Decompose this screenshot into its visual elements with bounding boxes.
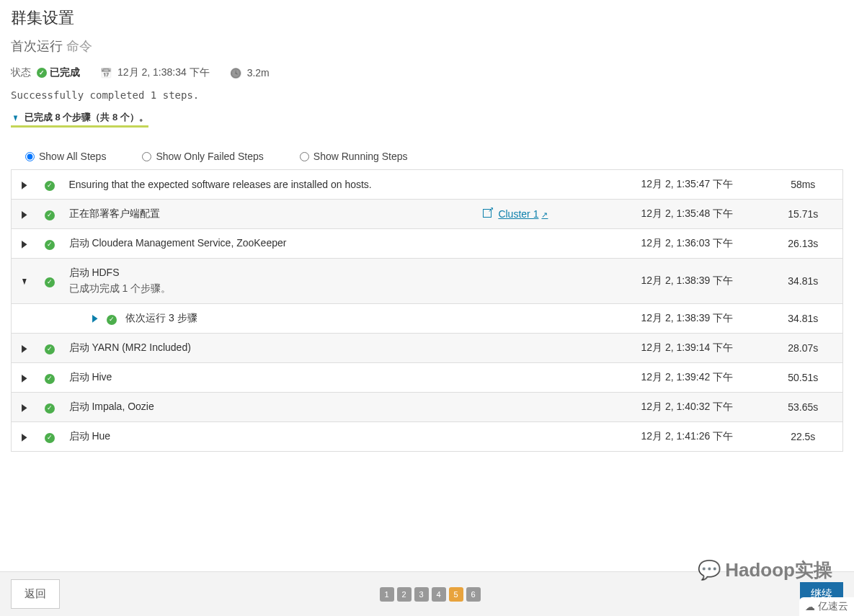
expand-toggle[interactable] [12,334,37,363]
step-status: ✓ [37,170,62,200]
table-row: ✓启动 Impala, Oozie12月 2, 1:40:32 下午53.65s [12,393,843,422]
table-row: ✓启动 YARN (MR2 Included)12月 2, 1:39:14 下午… [12,334,843,363]
check-circle-icon: ✓ [45,433,55,443]
check-circle-icon: ✓ [45,344,55,354]
step-link-cell [476,363,634,393]
step-name: Ensuring that the expected software rele… [62,170,476,200]
expand-toggle[interactable] [12,170,37,200]
step-link-cell [476,259,634,304]
step-duration: 15.71s [764,200,843,229]
step-sub-message: 已成功完成 1 个步骤。 [69,280,468,295]
chevron-right-icon [22,179,27,190]
chevron-down-icon [21,275,28,287]
step-link-cell [476,170,634,200]
status-label: 状态 [11,66,31,79]
status-duration: 3.2m [247,67,270,79]
step-status: ✓ [37,259,62,304]
expand-toggle[interactable] [12,229,37,259]
steps-summary-text: 已完成 8 个步骤（共 8 个）。 [25,111,148,124]
steps-table: ✓Ensuring that the expected software rel… [11,169,843,452]
check-circle-icon: ✓ [107,315,117,325]
check-circle-icon: ✓ [45,277,55,287]
check-circle-icon: ✓ [45,374,55,384]
step-duration: 26.13s [764,229,843,259]
table-row: ✓启动 HDFS已成功完成 1 个步骤。12月 2, 1:38:39 下午34.… [12,259,843,304]
expand-toggle[interactable] [12,393,37,422]
step-link-cell: Cluster 1 [476,200,634,229]
step-time: 12月 2, 1:39:42 下午 [634,363,764,393]
chevron-right-icon [22,208,27,220]
table-subrow: ✓ 依次运行 3 步骤 12月 2, 1:38:39 下午 34.81s [12,304,843,334]
step-duration: 28.07s [764,334,843,363]
check-circle-icon: ✓ [45,240,55,250]
child-step-name: ✓ 依次运行 3 步骤 [62,304,476,334]
child-step-time: 12月 2, 1:38:39 下午 [634,304,764,334]
step-duration: 58ms [764,170,843,200]
step-name: 正在部署客户端配置 [62,200,476,229]
subtitle: 首次运行 命令 [11,37,843,55]
expand-toggle[interactable] [12,200,37,229]
calendar-icon [100,67,112,79]
chevron-right-icon [22,238,27,249]
step-filter-row: Show All Steps Show Only Failed Steps Sh… [11,151,843,169]
step-link-cell [476,422,634,452]
chevron-right-icon[interactable] [92,312,97,323]
step-name: 启动 Impala, Oozie [62,393,476,422]
child-step-duration: 34.81s [764,304,843,334]
chevron-right-icon [22,372,27,383]
step-time: 12月 2, 1:35:48 下午 [634,200,764,229]
table-row: ✓启动 Cloudera Management Service, ZooKeep… [12,229,843,259]
step-link-cell [476,334,634,363]
status-value: 已完成 [50,66,80,79]
step-status: ✓ [37,229,62,259]
step-status: ✓ [37,422,62,452]
expand-toggle[interactable] [12,422,37,452]
clock-icon [230,67,241,79]
external-link-icon [483,209,492,218]
check-circle-icon: ✓ [45,210,55,220]
status-row: 状态 ✓ 已完成 12月 2, 1:38:34 下午 3.2m [11,66,843,79]
step-time: 12月 2, 1:41:26 下午 [634,422,764,452]
step-name: 启动 YARN (MR2 Included) [62,334,476,363]
table-row: ✓启动 Hue12月 2, 1:41:26 下午22.5s [12,422,843,452]
step-duration: 22.5s [764,422,843,452]
chevron-down-icon [12,112,19,123]
step-name: 启动 Hue [62,422,476,452]
subtitle-prefix: 首次运行 [11,39,63,53]
step-time: 12月 2, 1:40:32 下午 [634,393,764,422]
expand-toggle[interactable] [12,259,37,304]
filter-all[interactable]: Show All Steps [25,151,106,162]
expand-toggle[interactable] [12,363,37,393]
steps-summary-toggle[interactable]: 已完成 8 个步骤（共 8 个）。 [11,111,148,128]
step-time: 12月 2, 1:35:47 下午 [634,170,764,200]
step-duration: 50.51s [764,363,843,393]
step-name: 启动 Hive [62,363,476,393]
chevron-right-icon [22,401,27,413]
filter-running[interactable]: Show Running Steps [300,151,408,162]
success-message: Successfully completed 1 steps. [11,89,843,101]
table-row: ✓Ensuring that the expected software rel… [12,170,843,200]
step-link-cell [476,229,634,259]
step-time: 12月 2, 1:39:14 下午 [634,334,764,363]
table-row: ✓启动 Hive12月 2, 1:39:42 下午50.51s [12,363,843,393]
cluster-link[interactable]: Cluster 1 [498,208,548,220]
step-duration: 53.65s [764,393,843,422]
step-name: 启动 Cloudera Management Service, ZooKeepe… [62,229,476,259]
step-status: ✓ [37,334,62,363]
status-timestamp: 12月 2, 1:38:34 下午 [117,66,210,79]
chevron-right-icon [22,342,27,354]
step-duration: 34.81s [764,259,843,304]
table-row: ✓正在部署客户端配置 Cluster 1 12月 2, 1:35:48 下午15… [12,200,843,229]
page-title: 群集设置 [11,7,843,29]
step-name: 启动 HDFS已成功完成 1 个步骤。 [62,259,476,304]
check-circle-icon: ✓ [37,68,47,78]
step-status: ✓ [37,200,62,229]
filter-failed[interactable]: Show Only Failed Steps [142,151,263,162]
step-status: ✓ [37,393,62,422]
step-status: ✓ [37,363,62,393]
step-time: 12月 2, 1:38:39 下午 [634,259,764,304]
chevron-right-icon [22,431,27,442]
subtitle-suffix: 命令 [66,39,92,53]
step-time: 12月 2, 1:36:03 下午 [634,229,764,259]
check-circle-icon: ✓ [45,181,55,191]
